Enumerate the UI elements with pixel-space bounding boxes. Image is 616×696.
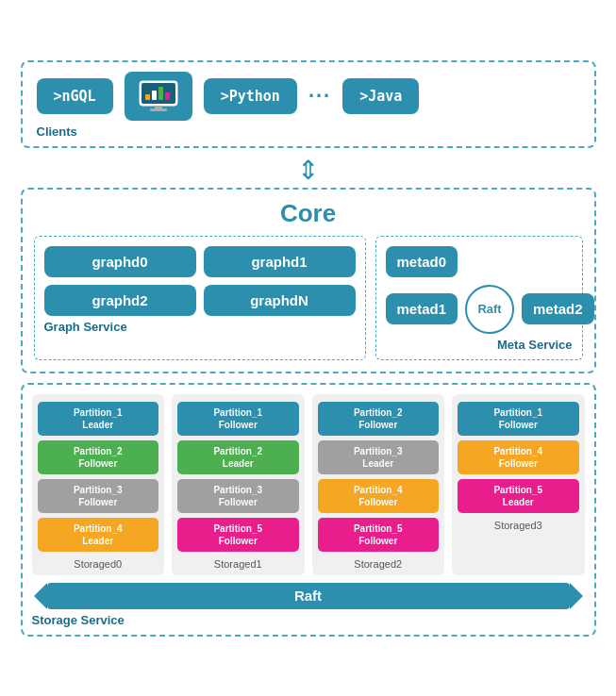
down-arrow: ⇕ (21, 157, 596, 184)
svg-rect-4 (158, 87, 163, 100)
storaged0-box: Partition_1Leader Partition_2Follower Pa… (32, 394, 165, 575)
s0-p3: Partition_3Follower (38, 479, 159, 513)
metad1-node: metad1 (386, 293, 458, 324)
storaged2-label: Storaged2 (318, 558, 440, 570)
svg-rect-2 (145, 94, 150, 100)
raft-circle: Raft (465, 285, 514, 334)
svg-rect-5 (165, 92, 170, 100)
storaged0-label: Storaged0 (38, 558, 159, 570)
s2-p4: Partition_4Follower (318, 479, 440, 513)
graphd2-node: graphd2 (44, 285, 196, 316)
svg-rect-3 (152, 91, 157, 100)
meta-service-label: Meta Service (386, 338, 573, 352)
s0-p4: Partition_4Leader (38, 518, 159, 552)
main-diagram: >nGQL >Python ··· >Java Clients (11, 51, 606, 646)
monitor-client (125, 72, 192, 121)
s0-p2: Partition_2Follower (38, 440, 159, 474)
storaged1-box: Partition_1Follower Partition_2Leader Pa… (172, 394, 305, 575)
graphd1-node: graphd1 (204, 246, 356, 277)
metad2-node: metad2 (522, 293, 594, 324)
clients-section: >nGQL >Python ··· >Java Clients (21, 60, 596, 148)
storage-section: Partition_1Leader Partition_2Follower Pa… (21, 383, 596, 637)
storaged3-label: Storaged3 (458, 520, 579, 531)
python-client: >Python (204, 78, 297, 114)
storages-row: Partition_1Leader Partition_2Follower Pa… (32, 394, 585, 575)
s1-p1: Partition_1Follower (177, 402, 299, 436)
s1-p3: Partition_3Follower (177, 479, 299, 513)
svg-rect-6 (155, 106, 162, 108)
s3-p5: Partition_5Leader (458, 479, 579, 513)
graphdN-node: graphdN (204, 285, 356, 316)
s1-p2: Partition_2Leader (177, 440, 299, 474)
storaged3-box: Partition_1Follower Partition_4Follower … (452, 394, 585, 575)
s2-p2: Partition_2Follower (318, 402, 440, 436)
s3-p4: Partition_4Follower (458, 440, 579, 474)
metad0-node: metad0 (386, 246, 458, 277)
s2-p3: Partition_3Leader (318, 440, 440, 474)
core-section: Core graphd0 graphd1 graphd2 graphdN Gra… (21, 188, 596, 373)
svg-rect-7 (150, 108, 167, 111)
s2-p5: Partition_5Follower (318, 518, 440, 552)
storaged1-label: Storaged1 (177, 558, 299, 570)
graph-service-label: Graph Service (44, 320, 356, 334)
clients-dots: ··· (308, 84, 331, 108)
s0-p1: Partition_1Leader (38, 402, 159, 436)
graphd0-node: graphd0 (44, 246, 196, 277)
ngql-client: >nGQL (37, 78, 113, 114)
raft-arrow-wrapper: Raft (32, 583, 585, 609)
java-client: >Java (342, 78, 419, 114)
core-title: Core (34, 199, 583, 228)
storaged2-box: Partition_2Follower Partition_3Leader Pa… (312, 394, 445, 575)
s3-p1: Partition_1Follower (458, 402, 579, 436)
clients-label: Clients (37, 124, 580, 139)
meta-service-box: metad0 metad1 Raft metad2 Meta Service (375, 236, 583, 360)
s1-p5: Partition_5Follower (177, 518, 299, 552)
graph-service-box: graphd0 graphd1 graphd2 graphdN Graph Se… (34, 236, 366, 360)
storage-service-label: Storage Service (32, 613, 585, 627)
raft-arrow: Raft (47, 583, 570, 609)
